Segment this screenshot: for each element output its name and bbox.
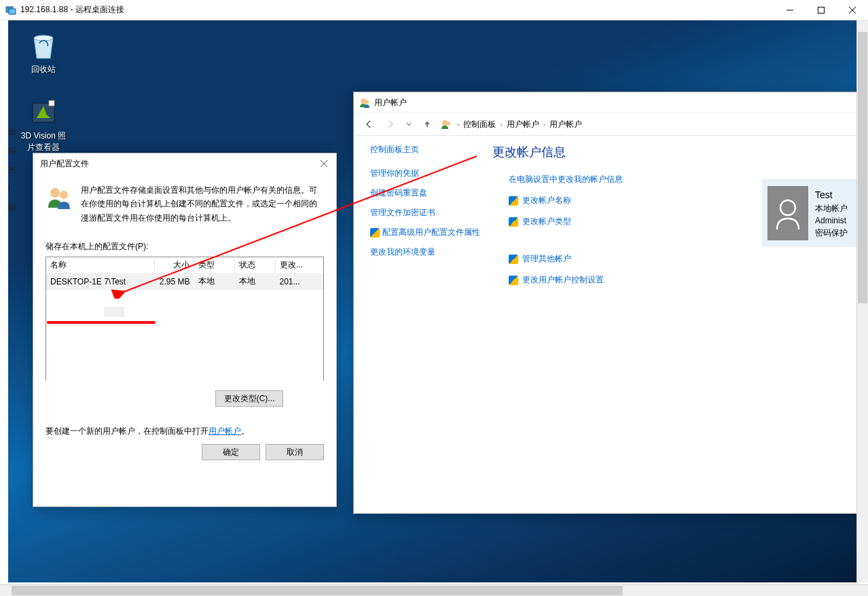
cp-sidebar: 控制面板主页 管理你的凭据 创建密码重置盘 管理文件加密证书 配置高级用户配置文… [370, 144, 492, 513]
cancel-button[interactable]: 取消 [266, 444, 324, 460]
col-state[interactable]: 状态 [235, 257, 276, 274]
cp-home-link[interactable]: 控制面板主页 [370, 144, 492, 155]
main-link[interactable]: 更改用户帐户控制设置 [506, 274, 868, 286]
rdp-icon [5, 5, 16, 16]
desktop-icon-label: 3D Vision 照片查看器 [18, 130, 69, 153]
user-type: 本地帐户 [815, 202, 848, 215]
remote-desktop: 回收站 3D Vision 照片查看器 设绥光i丽 用户配置文件 用户配置文件存… [8, 20, 868, 582]
dialog-close-button[interactable] [314, 156, 333, 171]
breadcrumb-seg[interactable]: 用户帐户 [507, 119, 539, 130]
user-accounts-link[interactable]: 用户帐户 [209, 426, 241, 436]
user-name: Test [815, 188, 848, 202]
nav-recent-button[interactable] [404, 116, 414, 132]
svg-point-16 [446, 122, 450, 126]
user-profiles-dialog: 用户配置文件 用户配置文件存储桌面设置和其他与你的用户帐户有关的信息。可在你使用… [33, 153, 337, 507]
avatar [767, 186, 808, 240]
nav-back-button[interactable] [361, 116, 377, 132]
create-account-text: 要创建一个新的用户帐户，在控制面板中打开用户帐户。 [46, 426, 324, 437]
profiles-list-label: 储存在本机上的配置文件(P): [46, 241, 324, 253]
desktop-icon-label: 回收站 [18, 64, 69, 75]
svg-rect-3 [818, 7, 825, 13]
remote-vscrollbar[interactable] [856, 20, 868, 582]
desktop-icon-3dvision[interactable]: 3D Vision 照片查看器 [18, 96, 69, 153]
svg-point-12 [60, 191, 68, 199]
chevron-right-icon: › [457, 121, 459, 128]
user-accounts-icon [359, 97, 370, 108]
nav-up-button[interactable] [419, 116, 435, 132]
user-pw: 密码保护 [815, 227, 848, 239]
annotation-redaction [104, 307, 124, 317]
ok-button[interactable]: 确定 [202, 444, 260, 460]
cp-titlebar[interactable]: 用户帐户 [354, 92, 868, 113]
desktop-icon-recycle[interactable]: 回收站 [18, 30, 69, 75]
col-name[interactable]: 名称 [46, 257, 155, 274]
table-row[interactable]: DESKTOP-1E 7\Test 2.95 MB 本地 本地 201... [46, 273, 324, 290]
edge-strip: 设绥光i丽 [8, 122, 16, 217]
recycle-bin-icon [27, 30, 60, 62]
sidebar-item[interactable]: 管理文件加密证书 [370, 207, 492, 219]
col-size[interactable]: 大小 [155, 257, 194, 274]
chevron-right-icon: › [543, 121, 545, 128]
breadcrumb-seg[interactable]: 控制面板 [463, 119, 496, 130]
users-icon [46, 183, 73, 210]
change-type-button[interactable]: 更改类型(C)... [215, 390, 284, 407]
svg-point-11 [50, 188, 60, 198]
col-changed[interactable]: 更改... [276, 257, 324, 274]
svg-rect-8 [49, 100, 54, 106]
maximize-button[interactable] [806, 0, 837, 20]
cp-navbar: › 控制面板 › 用户帐户 › 用户帐户 [354, 113, 868, 136]
dialog-title: 用户配置文件 [40, 158, 314, 170]
chevron-right-icon: › [500, 121, 502, 128]
3dvision-icon [27, 96, 60, 129]
sidebar-item[interactable]: 创建密码重置盘 [370, 187, 492, 199]
breadcrumb: › 控制面板 › 用户帐户 › 用户帐户 [457, 119, 582, 130]
rdp-title: 192.168.1.88 - 远程桌面连接 [20, 4, 774, 16]
sidebar-item-advanced-profiles[interactable]: 配置高级用户配置文件属性 [382, 227, 492, 238]
outer-hscrollbar[interactable] [0, 584, 868, 596]
user-accounts-icon [441, 119, 452, 130]
nav-forward-button[interactable] [382, 116, 399, 132]
main-link[interactable]: 管理其他帐户 [506, 253, 868, 265]
cp-title: 用户帐户 [374, 97, 407, 109]
minimize-button[interactable] [774, 0, 806, 20]
annotation-underline [47, 321, 156, 324]
svg-point-14 [365, 100, 369, 104]
close-button[interactable] [837, 0, 868, 20]
sidebar-item[interactable]: 更改我的环境变量 [370, 246, 492, 258]
svg-point-17 [780, 200, 795, 215]
user-role: Administ [815, 215, 848, 227]
dialog-titlebar[interactable]: 用户配置文件 [33, 153, 336, 174]
breadcrumb-seg[interactable]: 用户帐户 [549, 119, 582, 130]
cp-heading: 更改帐户信息 [492, 144, 868, 160]
user-card: Test 本地帐户 Administ 密码保护 [762, 179, 868, 247]
user-accounts-window: 用户帐户 › 控制面板 › 用户帐户 › 用户帐户 控制面板主页 管理你的凭据 … [353, 92, 868, 514]
svg-rect-1 [9, 9, 16, 14]
profiles-table[interactable]: 名称 大小 类型 状态 更改... DESKTOP-1E 7\Test 2.95… [46, 257, 324, 381]
sidebar-item[interactable]: 管理你的凭据 [370, 168, 492, 179]
rdp-titlebar: 192.168.1.88 - 远程桌面连接 [0, 0, 868, 20]
col-type[interactable]: 类型 [194, 257, 235, 274]
dialog-intro: 用户配置文件存储桌面设置和其他与你的用户帐户有关的信息。可在你使用的每台计算机上… [81, 183, 324, 225]
